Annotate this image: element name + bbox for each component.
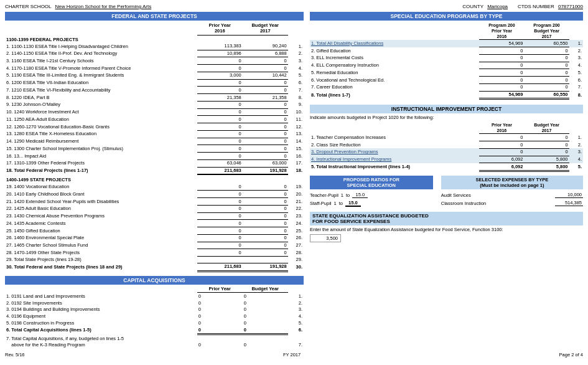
- table-row: 7. Career Education 0 0 7.: [310, 83, 583, 91]
- state-subsection-title: 1400-1499 STATE PROJECTS: [5, 174, 304, 183]
- selected-expenses-header: SELECTED EXPENSES BY TYPE (Must be inclu…: [441, 176, 583, 189]
- table-row: 5. 1190 ESEA Title III-Limited Eng. & Im…: [5, 72, 304, 79]
- ctds-field: CTDS NUMBER 078771000: [518, 4, 583, 9]
- staff-1: 1: [334, 201, 336, 206]
- table-row: 28. 1470-1499 Other State Projects 0 0 2…: [5, 249, 304, 257]
- table-row: 20. 1410 Early Childhood Block Grant 0 0…: [5, 191, 304, 198]
- total-disability-link[interactable]: 1. Total All Disability Classifications: [311, 40, 383, 46]
- table-row: 24. 1435 Academic Contests 0 0 24.: [5, 220, 304, 227]
- classroom-value: 514,385: [555, 200, 583, 206]
- table-row: 4. 0196 Equipment 0 0 4.: [5, 313, 304, 320]
- col-budget-year-header: Budget Year 2017: [243, 22, 288, 35]
- total-capital-row: 6. Total Capital Acquisitions (lines 1-5…: [5, 326, 304, 334]
- table-row: 7. 1210 ESEA Title VI-Flexibility and Ac…: [5, 87, 304, 94]
- staff-val: 15.0: [345, 200, 361, 207]
- page-label: Page 2 of 4: [559, 352, 583, 358]
- table-row: 10. 1240 Workforce Investment Act 0 0 10…: [5, 108, 304, 116]
- header-left: CHARTER SCHOOL New Horizon School for th…: [5, 4, 151, 9]
- ratios-section: PROPOSED RATIOS FOR SPECIAL EDUCATION Te…: [310, 176, 583, 208]
- table-row: 5. 0198 Construction in Progress 0 0 5.: [5, 320, 304, 326]
- sped-prog200-col2: Program 200Budget Year2017: [524, 22, 569, 40]
- table-row: 9. 1230 Johnson-O'Malley 0 0 9.: [5, 101, 304, 108]
- capital-acquisitions-header: CAPITAL ACQUISITIONS: [5, 276, 304, 285]
- ctds-label: CTDS NUMBER: [518, 4, 554, 9]
- table-row: 5. Remedial Education 0 0 5.: [310, 69, 583, 77]
- table-row: 4. ELL Compensatory Instruction 0 0 4.: [310, 62, 583, 69]
- table-row: 3. 0194 Buildings and Building Improveme…: [5, 306, 304, 313]
- fy-label: FY 2017: [283, 352, 301, 358]
- audit-label: Audit Services: [441, 192, 471, 198]
- federal-state-table: Prior Year 2016 Budget Year 2017 1100-13…: [5, 22, 304, 272]
- table-row: 23. 1430 Chemical Abuse Prevention Progr…: [5, 212, 304, 220]
- sped-table: Program 200Prior Year2016 Program 200Bud…: [310, 22, 583, 100]
- table-row: 3. 1160 ESEA Title I-21st Century School…: [5, 57, 304, 65]
- federal-state-header: FEDERAL AND STATE PROJECTS: [5, 12, 304, 21]
- table-row: 12. 1260-1270 Vocational Education-Basic…: [5, 123, 304, 131]
- federal-subsection-title: 1100-1399 FEDERAL PROJECTS: [5, 35, 304, 43]
- iip-programs-link[interactable]: 4. Instructional Improvement Programs: [311, 156, 391, 162]
- table-row: 3. ELL Incremental Costs 0 0 3.: [310, 54, 583, 62]
- ratios-header: PROPOSED RATIOS FOR SPECIAL EDUCATION: [310, 176, 433, 189]
- rev-label: Rev. 5/16: [5, 352, 25, 358]
- table-row: 4. Instructional Improvement Programs 6,…: [310, 156, 583, 163]
- header-right: COUNTY Maricopa CTDS NUMBER 078771000: [462, 4, 583, 9]
- table-row: 2. 0192 Site Improvements 0 0 2.: [5, 300, 304, 306]
- teacher-pupil-label: Teacher-Pupil: [310, 192, 338, 198]
- col-prior-year-header: Prior Year 2016: [197, 22, 243, 35]
- state-eq-value: 3,500: [310, 234, 341, 242]
- ratios-left: PROPOSED RATIOS FOR SPECIAL EDUCATION Te…: [310, 176, 433, 208]
- iip-note: Indicate amounts budgeted in Project 102…: [310, 115, 583, 120]
- teacher-1: 1: [341, 192, 343, 198]
- cap-col1-header: Prior Year: [197, 286, 243, 293]
- table-row: 2. Gifted Education 0 0 2.: [310, 47, 583, 55]
- teacher-pupil-ratio: Teacher-Pupil 1 to 15.0: [310, 192, 433, 198]
- county-field: COUNTY Maricopa: [462, 4, 508, 9]
- table-row: 1. 0191 Land and Land Improvements 0 0 1…: [5, 293, 304, 300]
- table-row: 29. Total State Projects (lines 19-28) 2…: [5, 257, 304, 263]
- audit-services-row: Audit Services 10,000: [441, 192, 583, 198]
- county-label: COUNTY: [462, 4, 483, 9]
- school-name: New Horizon School for the Performing Ar…: [55, 4, 151, 9]
- state-eq-header: STATE EQUALIZATION ASSISTANCE BUDGETED F…: [310, 212, 583, 225]
- page-footer: Rev. 5/16 FY 2017 Page 2 of 4: [5, 352, 583, 358]
- table-row: 13. 1280 ESEA Title X-Homeless Education…: [5, 130, 304, 138]
- dropout-prevention-link[interactable]: 3. Dropout Prevention Programs: [311, 149, 378, 154]
- table-row: 6. 1200 ESEA Title VII-Indian Education …: [5, 79, 304, 87]
- table-row: 2. 1140-1150 ESEA Title II-Prof. Dev. An…: [5, 50, 304, 57]
- table-row: 14. 1290 Medicaid Reimbursement 0 0 14.: [5, 138, 304, 145]
- charter-school-label: CHARTER SCHOOL: [5, 4, 51, 9]
- staff-pupil-label: Staff-Pupil: [310, 201, 331, 206]
- staff-pupil-ratio: Staff-Pupil 1 to 15.0: [310, 200, 433, 207]
- audit-value: 10,000: [555, 192, 583, 198]
- cap-col2-header: Budget Year: [243, 286, 288, 293]
- table-row: 17. 1310-1399 Other Federal Projects 63,…: [5, 159, 304, 167]
- table-row: 1. Total All Disability Classifications …: [310, 40, 583, 47]
- capital-table: Prior Year Budget Year 1. 0191 Land and …: [5, 286, 304, 349]
- county-value: Maricopa: [487, 4, 508, 9]
- main-content: FEDERAL AND STATE PROJECTS Prior Year 20…: [5, 12, 583, 348]
- iip-header: INSTRUCTIONAL IMPROVEMENT PROJECT: [310, 105, 583, 113]
- table-row: 4. 1170-1180 ESEA Title V-Promote Inform…: [5, 65, 304, 72]
- sped-header: SPECIAL EDUCATION PROGRAMS BY TYPE: [310, 12, 583, 21]
- table-row: 11. 1250 AEA-Adult Education 0 0 11.: [5, 116, 304, 123]
- total-all-row: 30. Total Federal and State Projects (li…: [5, 263, 304, 271]
- table-row: 25. 1450 Gifted Education 0 0 25.: [5, 227, 304, 235]
- ratios-right: SELECTED EXPENSES BY TYPE (Must be inclu…: [441, 176, 583, 208]
- table-row: 3. Dropout Prevention Programs 0 0 3.: [310, 148, 583, 156]
- left-column: FEDERAL AND STATE PROJECTS Prior Year 20…: [5, 12, 304, 348]
- classroom-instruction-row: Classroom Instruction 514,385: [441, 200, 583, 206]
- table-row: 1. Teacher Compensation Increases 0 0 1.: [310, 134, 583, 141]
- classroom-label: Classroom Instruction: [441, 201, 487, 206]
- iip-total-row: 5. Total Instructional Improvement (line…: [310, 163, 583, 171]
- table-row: 2. Class Size Reduction 0 0 2.: [310, 141, 583, 149]
- table-row: 15. 1300 Charter School Implementation P…: [5, 145, 304, 153]
- table-row: 7. Total Capital Acquisitions, if any, b…: [5, 334, 304, 348]
- sped-prog200-col1: Program 200Prior Year2016: [479, 22, 524, 40]
- iip-table: Prior Year2016 Budget Year2017 1. Teache…: [310, 121, 583, 172]
- table-row: 27. 1465 Charter School Stimulus Fund 0 …: [5, 242, 304, 249]
- table-row: 1. 1100-1130 ESEA Title I-Helping Disadv…: [5, 43, 304, 50]
- teacher-val: 15.0: [352, 192, 368, 198]
- table-row: 8. 1220 IDEA, Part B 21,358 21,358 8.: [5, 94, 304, 102]
- table-row: 16. 13... Impact Aid 0 0 16.: [5, 153, 304, 160]
- sped-total-row: 8. Total (lines 1-7) 54,969 60,550 8.: [310, 91, 583, 99]
